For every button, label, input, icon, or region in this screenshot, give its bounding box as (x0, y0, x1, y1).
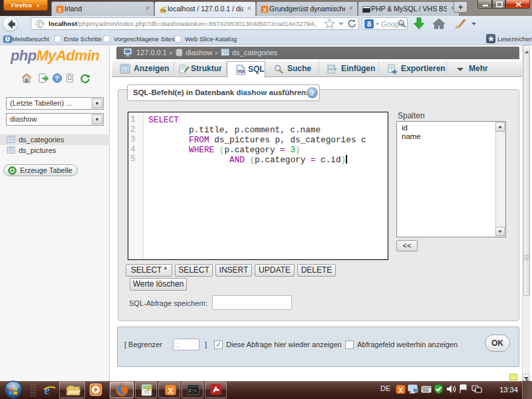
svg-text:C:\: C:\ (189, 389, 197, 394)
svg-text:SQL: SQL (237, 69, 246, 73)
svg-text:e: e (45, 384, 50, 397)
svg-text:PMA: PMA (161, 9, 167, 12)
svg-text:?: ? (56, 75, 59, 82)
svg-text:?: ? (311, 89, 315, 97)
